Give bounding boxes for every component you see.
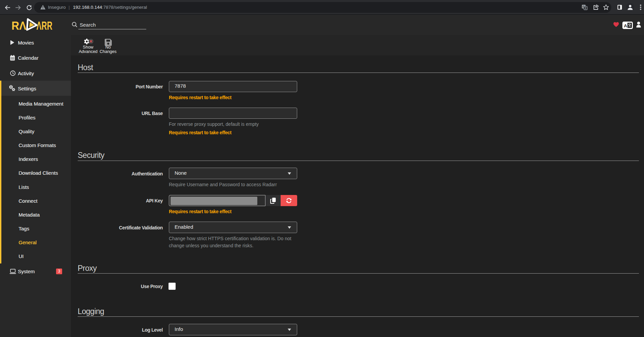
svg-text:ΛRR: ΛRR [36,19,52,32]
svg-text:RΛ: RΛ [11,19,26,32]
svg-text:A: A [624,23,627,28]
